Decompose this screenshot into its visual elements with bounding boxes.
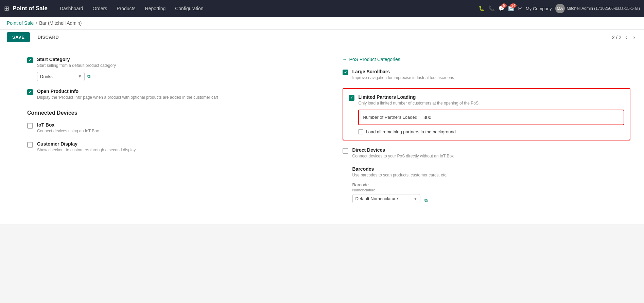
breadcrumb-parent[interactable]: Point of Sale bbox=[7, 20, 34, 26]
company-name[interactable]: My Company bbox=[526, 6, 552, 11]
start-category-content: Start Category Start selling from a defa… bbox=[37, 57, 308, 81]
menu-item-orders[interactable]: Orders bbox=[88, 4, 111, 13]
activity-badge: 34 bbox=[510, 3, 517, 8]
menu-item-products[interactable]: Products bbox=[112, 4, 139, 13]
barcodes-label: Barcodes bbox=[352, 166, 631, 172]
form-wrapper: ✓ Start Category Start selling from a de… bbox=[0, 45, 644, 224]
drinks-select[interactable]: Drinks bbox=[37, 72, 85, 81]
pagination-next[interactable]: › bbox=[631, 34, 637, 41]
user-name: Mitchell Admin (17102566-saas-15-1-all) bbox=[567, 6, 640, 11]
main-scroll-area: ✓ Start Category Start selling from a de… bbox=[0, 45, 644, 303]
pos-categories-link[interactable]: PoS Product Categories bbox=[343, 57, 631, 62]
barcodes-desc: Use barcodes to scan products, customer … bbox=[352, 172, 631, 178]
open-product-info-checkbox[interactable]: ✓ bbox=[27, 89, 33, 95]
start-category-desc: Start selling from a default product cat… bbox=[37, 63, 308, 69]
nomenclature-select[interactable]: Default Nomenclature bbox=[352, 194, 420, 203]
customer-display-label: Customer Display bbox=[37, 141, 308, 147]
barcode-nomenclature-block: Barcode Nomenclature Default Nomenclatur… bbox=[352, 182, 420, 203]
menu-item-dashboard[interactable]: Dashboard bbox=[56, 4, 87, 13]
barcodes-row: Barcodes Use barcodes to scan products, … bbox=[343, 166, 631, 203]
start-category-input-row: Drinks ▼ ⧉ bbox=[37, 72, 308, 81]
left-column: ✓ Start Category Start selling from a de… bbox=[27, 53, 322, 211]
nomenclature-external-link-icon[interactable]: ⧉ bbox=[424, 198, 428, 203]
limited-partners-loading-box: ✓ Limited Partners Loading Only load a l… bbox=[343, 88, 631, 140]
open-product-info-desc: Display the 'Product Info' page when a p… bbox=[37, 95, 308, 100]
direct-devices-checkbox[interactable] bbox=[343, 148, 348, 154]
action-bar: SAVE DISCARD 2 / 2 ‹ › bbox=[0, 30, 644, 45]
limited-partners-label: Limited Partners Loading bbox=[359, 94, 625, 100]
barcodes-input-row: Barcode Nomenclature Default Nomenclatur… bbox=[352, 182, 631, 203]
chat-badge: 5 bbox=[501, 3, 507, 8]
customer-display-content: Customer Display Show checkout to custom… bbox=[37, 141, 308, 153]
phone-icon[interactable]: 📞 bbox=[488, 5, 495, 12]
limited-partners-checkbox[interactable]: ✓ bbox=[349, 95, 354, 101]
customer-display-desc: Show checkout to customers through a sec… bbox=[37, 147, 308, 153]
iot-box-label: IoT Box bbox=[37, 122, 308, 128]
breadcrumb-current: Bar (Mitchell Admin) bbox=[39, 20, 82, 26]
menu-item-reporting[interactable]: Reporting bbox=[141, 4, 170, 13]
limited-partners-row: ✓ Limited Partners Loading Only load a l… bbox=[349, 94, 625, 106]
large-scrollbars-desc: Improve navigation for imprecise industr… bbox=[352, 75, 631, 81]
open-product-info-content: Open Product Info Display the 'Product I… bbox=[37, 89, 308, 100]
pagination-prev[interactable]: ‹ bbox=[623, 34, 629, 41]
open-product-info-label: Open Product Info bbox=[37, 89, 308, 94]
large-scrollbars-checkbox[interactable]: ✓ bbox=[343, 70, 348, 75]
start-category-checkbox[interactable]: ✓ bbox=[27, 57, 33, 63]
limited-partners-desc: Only load a limited number of customers … bbox=[359, 100, 625, 106]
app-brand[interactable]: Point of Sale bbox=[13, 5, 48, 12]
main-menu: Dashboard Orders Products Reporting Conf… bbox=[56, 4, 478, 13]
large-scrollbars-content: Large Scrollbars Improve navigation for … bbox=[352, 69, 631, 81]
limited-partners-content: Limited Partners Loading Only load a lim… bbox=[359, 94, 625, 106]
pagination: 2 / 2 ‹ › bbox=[612, 34, 637, 41]
partners-count-box: Number of Partners Loaded bbox=[358, 110, 625, 125]
customer-display-row: Customer Display Show checkout to custom… bbox=[27, 141, 308, 153]
large-scrollbars-row: ✓ Large Scrollbars Improve navigation fo… bbox=[343, 69, 631, 81]
partners-count-label: Number of Partners Loaded bbox=[363, 115, 417, 120]
load-all-remaining-label: Load all remaining partners in the backg… bbox=[366, 129, 456, 134]
chat-icon[interactable]: 💬 5 bbox=[498, 5, 505, 12]
drinks-select-wrapper: Drinks ▼ bbox=[37, 72, 85, 81]
breadcrumb-separator: / bbox=[36, 20, 37, 26]
direct-devices-content: Direct Devices Connect devices to your P… bbox=[352, 147, 631, 159]
pagination-info: 2 / 2 bbox=[612, 35, 621, 40]
load-all-remaining-checkbox[interactable] bbox=[358, 129, 363, 134]
direct-devices-row: Direct Devices Connect devices to your P… bbox=[343, 147, 631, 159]
iot-box-desc: Connect devices using an IoT Box bbox=[37, 128, 308, 134]
nav-actions: 🐛 📞 💬 5 🔄 34 ✂ My Company MA Mitchell Ad… bbox=[478, 4, 640, 13]
checkmark: ✓ bbox=[344, 71, 347, 74]
nomenclature-select-wrapper: Default Nomenclature ▼ bbox=[352, 194, 420, 203]
user-avatar: MA bbox=[555, 4, 565, 13]
checkmark: ✓ bbox=[29, 58, 32, 62]
iot-box-content: IoT Box Connect devices using an IoT Box bbox=[37, 122, 308, 134]
discard-button[interactable]: DISCARD bbox=[33, 32, 63, 42]
open-product-info-row: ✓ Open Product Info Display the 'Product… bbox=[27, 89, 308, 100]
save-button[interactable]: SAVE bbox=[7, 32, 30, 42]
top-navigation: ⊞ Point of Sale Dashboard Orders Product… bbox=[0, 0, 644, 17]
breadcrumb: Point of Sale / Bar (Mitchell Admin) bbox=[0, 17, 644, 30]
iot-box-row: IoT Box Connect devices using an IoT Box bbox=[27, 122, 308, 134]
drinks-external-link-icon[interactable]: ⧉ bbox=[87, 74, 90, 79]
menu-item-configuration[interactable]: Configuration bbox=[171, 4, 207, 13]
bug-icon[interactable]: 🐛 bbox=[478, 5, 485, 12]
user-menu[interactable]: MA Mitchell Admin (17102566-saas-15-1-al… bbox=[555, 4, 640, 13]
direct-devices-desc: Connect devices to your PoS directly wit… bbox=[352, 153, 631, 159]
start-category-row: ✓ Start Category Start selling from a de… bbox=[27, 57, 308, 81]
checkmark: ✓ bbox=[350, 96, 353, 100]
barcodes-content: Barcodes Use barcodes to scan products, … bbox=[352, 166, 631, 203]
partners-count-input[interactable] bbox=[420, 113, 440, 122]
checkmark: ✓ bbox=[29, 90, 32, 94]
activity-icon[interactable]: 🔄 34 bbox=[508, 5, 515, 12]
direct-devices-label: Direct Devices bbox=[352, 147, 631, 153]
right-column: PoS Product Categories ✓ Large Scrollbar… bbox=[336, 53, 631, 211]
load-all-remaining-row: Load all remaining partners in the backg… bbox=[358, 129, 625, 134]
customer-display-checkbox[interactable] bbox=[27, 142, 33, 148]
iot-box-checkbox[interactable] bbox=[27, 123, 33, 129]
connected-devices-section-header: Connected Devices bbox=[27, 110, 308, 116]
large-scrollbars-label: Large Scrollbars bbox=[352, 69, 631, 74]
apps-grid-icon[interactable]: ⊞ bbox=[4, 5, 9, 12]
start-category-label: Start Category bbox=[37, 57, 308, 62]
form-container: ✓ Start Category Start selling from a de… bbox=[0, 45, 644, 224]
form-two-col: ✓ Start Category Start selling from a de… bbox=[27, 53, 630, 211]
tools-icon[interactable]: ✂ bbox=[518, 5, 522, 12]
barcode-field-label: Barcode bbox=[352, 182, 420, 187]
